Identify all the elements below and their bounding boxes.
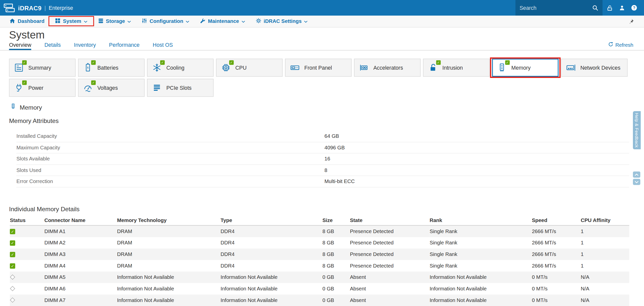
battery-icon <box>82 62 94 73</box>
nav-label: iDRAC Settings <box>264 18 302 24</box>
subsystem-tile-grid: Summary Batteries Cooling CPU <box>9 59 628 97</box>
topbar-icons: ? <box>602 3 644 12</box>
column-header: State <box>350 215 430 225</box>
nav-item-system[interactable]: System <box>50 16 93 27</box>
refresh-label: Refresh <box>615 42 633 48</box>
section-title: Memory <box>20 104 42 111</box>
cell: Presence Detected <box>350 237 430 248</box>
help-feedback-tab[interactable]: Help & Feedback <box>633 111 641 149</box>
attribute-label: Maximum Capacity <box>16 145 325 150</box>
search-icon[interactable] <box>592 3 598 12</box>
scroll-down-button[interactable] <box>633 179 640 185</box>
tile-label: Summary <box>28 65 51 71</box>
svg-text:?: ? <box>633 6 635 10</box>
tile-voltages[interactable]: Voltages <box>78 79 145 97</box>
cell: 8 GB <box>323 237 350 248</box>
attribute-row: Error Correction Multi-bit ECC <box>16 176 629 187</box>
memory-attributes-list: Installed Capacity 64 GB Maximum Capacit… <box>16 131 629 187</box>
cell: DDR4 <box>221 248 323 260</box>
status-ok-icon <box>10 229 15 234</box>
search-input[interactable] <box>520 5 592 11</box>
healthy-check-icon <box>91 80 96 85</box>
tile-summary[interactable]: Summary <box>9 59 76 77</box>
status-unknown-icon <box>10 286 15 291</box>
table-row: DIMM A7 Information Not Available Inform… <box>10 294 629 306</box>
home-icon <box>10 18 15 25</box>
status-unknown-icon <box>10 297 15 302</box>
column-header: Size <box>323 215 350 225</box>
nav-item-maintenance[interactable]: Maintenance <box>195 16 251 27</box>
cell: 8 GB <box>323 225 350 237</box>
tile-label: Voltages <box>97 85 118 91</box>
tab-performance[interactable]: Performance <box>109 42 139 50</box>
tile-network-devices[interactable]: Network Devices <box>561 59 627 77</box>
tile-front-panel[interactable]: Front Panel <box>285 59 351 77</box>
memory-icon <box>496 62 508 73</box>
cell: 1 <box>581 248 629 260</box>
attribute-row: Installed Capacity 64 GB <box>16 131 629 142</box>
cell: Presence Detected <box>350 225 430 237</box>
cpu-icon <box>220 62 232 73</box>
cell: DRAM <box>117 225 221 237</box>
chevron-up-icon <box>634 173 638 176</box>
help-icon[interactable]: ? <box>630 3 639 12</box>
cell: DIMM A3 <box>44 248 117 260</box>
tile-batteries[interactable]: Batteries <box>78 59 145 77</box>
tile-cpu[interactable]: CPU <box>216 59 282 77</box>
nav-item-idrac-settings[interactable]: iDRAC Settings <box>251 16 313 27</box>
attribute-row: Maximum Capacity 4096 GB <box>16 142 629 153</box>
cell: 8 GB <box>323 248 350 260</box>
intrusion-icon <box>427 62 439 73</box>
cell: DIMM A2 <box>44 237 117 248</box>
cell: Absent <box>350 294 430 306</box>
tab-inventory[interactable]: Inventory <box>74 42 96 50</box>
status-ok-icon <box>10 263 15 269</box>
tile-label: CPU <box>235 65 247 71</box>
lock-icon[interactable] <box>605 3 614 12</box>
cell: 1 <box>581 237 629 248</box>
healthy-check-icon <box>22 80 27 85</box>
cell: Single Rank <box>430 225 532 237</box>
chevron-down-icon <box>241 18 245 24</box>
pcie-icon <box>151 82 163 94</box>
nav-item-configuration[interactable]: Configuration <box>136 16 195 27</box>
idrac-app: iDRAC9 | Enterprise ? <box>0 0 644 306</box>
attribute-value: 16 <box>325 156 330 162</box>
tile-intrusion[interactable]: Intrusion <box>423 59 489 77</box>
tile-accelerators[interactable]: Accelerators <box>354 59 420 77</box>
cell: 2666 MT/s <box>532 225 581 237</box>
status-ok-icon <box>10 240 15 245</box>
attribute-label: Slots Used <box>16 167 325 173</box>
tab-bar: Overview Details Inventory Performance H… <box>0 41 644 51</box>
scroll-up-button[interactable] <box>633 171 640 178</box>
attribute-value: 4096 GB <box>325 145 345 150</box>
tab-overview[interactable]: Overview <box>9 42 31 50</box>
cell: DDR4 <box>221 225 323 237</box>
brand: iDRAC9 | Enterprise <box>0 3 73 13</box>
user-icon[interactable] <box>617 3 626 12</box>
nav-item-dashboard[interactable]: Dashboard <box>4 16 50 27</box>
cell: Information Not Available <box>117 283 221 294</box>
cell: DIMM A1 <box>44 225 117 237</box>
table-row: DIMM A5 Information Not Available Inform… <box>10 271 629 283</box>
tab-details[interactable]: Details <box>44 42 61 50</box>
tile-cooling[interactable]: Cooling <box>147 59 213 77</box>
tile-pcie-slots[interactable]: PCIe Slots <box>147 79 213 97</box>
table-header-row: Status Connector Name Memory Technology … <box>10 215 629 225</box>
refresh-button[interactable]: Refresh <box>608 42 633 50</box>
column-header: Status <box>10 215 44 225</box>
search-box <box>515 0 602 16</box>
cell: 0 GB <box>323 271 350 283</box>
nav-item-storage[interactable]: Storage <box>93 16 136 27</box>
cell: 0 GB <box>323 283 350 294</box>
accelerator-icon <box>358 62 370 73</box>
tile-memory[interactable]: Memory <box>492 59 558 77</box>
attribute-value: 64 GB <box>325 134 339 139</box>
cell: DIMM A7 <box>44 294 117 306</box>
tile-power[interactable]: Power <box>9 79 76 97</box>
pin-icon[interactable] <box>628 18 634 26</box>
nav-label: System <box>63 18 81 24</box>
scroll-buttons <box>633 171 640 185</box>
tab-host-os[interactable]: Host OS <box>153 42 173 50</box>
tile-label: PCIe Slots <box>166 85 192 91</box>
